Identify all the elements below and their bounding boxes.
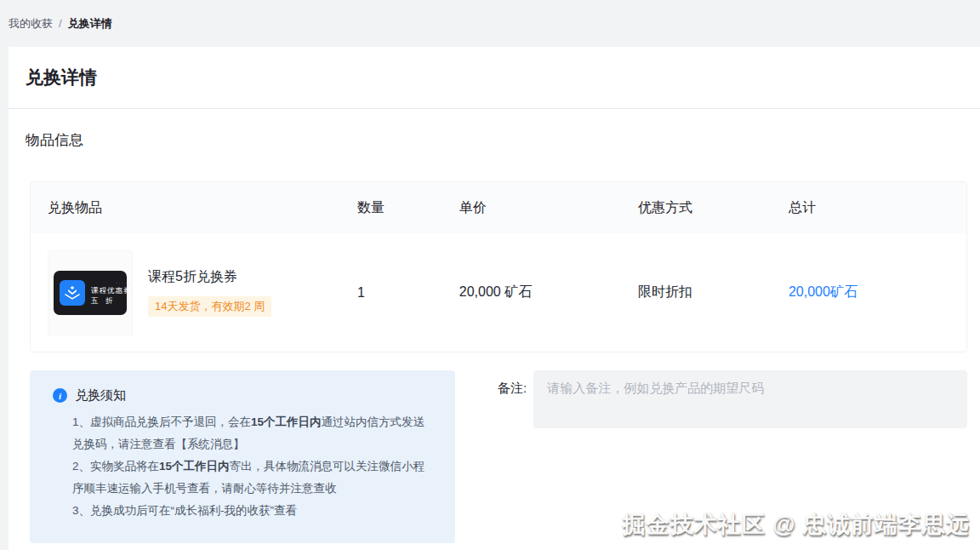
breadcrumb: 我的收获 / 兑换详情	[0, 0, 980, 47]
remark-input[interactable]	[533, 370, 967, 428]
panel-header: 兑换详情	[9, 47, 980, 109]
remark-label: 备注:	[498, 381, 527, 428]
quantity-value: 1	[357, 285, 459, 301]
column-header-discount: 优惠方式	[638, 199, 789, 217]
exchange-notice-box: i 兑换须知 1、虚拟商品兑换后不予退回，会在15个工作日内通过站内信方式发送兑…	[30, 370, 455, 543]
goods-table: 兑换物品 数量 单价 优惠方式 总计	[30, 181, 967, 352]
coupon-card-line2: 五 折	[91, 297, 132, 305]
table-row: ····· 课程优惠券 五 折 课程5折兑换券 14天发货，有效期2 周 1 2…	[31, 233, 966, 352]
bottom-area: i 兑换须知 1、虚拟商品兑换后不予退回，会在15个工作日内通过站内信方式发送兑…	[30, 370, 967, 543]
product-name: 课程5折兑换券	[148, 268, 271, 286]
column-header-quantity: 数量	[357, 199, 459, 217]
remark-section: 备注:	[498, 370, 967, 428]
unit-price-value: 20,000 矿石	[459, 284, 638, 301]
info-icon: i	[53, 388, 67, 403]
notice-item: 1、虚拟商品兑换后不予退回，会在15个工作日内通过站内信方式发送兑换码，请注意查…	[72, 411, 435, 455]
column-header-unit-price: 单价	[459, 199, 638, 217]
coupon-card-line1: 课程优惠券	[91, 287, 132, 295]
shipping-badge: 14天发货，有效期2 周	[148, 296, 271, 317]
coupon-card-text: ····· 课程优惠券 五 折	[91, 281, 132, 305]
column-header-item: 兑换物品	[31, 199, 357, 217]
notice-item: 3、兑换成功后可在“成长福利-我的收获”查看	[72, 500, 435, 522]
section-title-goods-info: 物品信息	[26, 130, 967, 150]
notice-list: 1、虚拟商品兑换后不予退回，会在15个工作日内通过站内信方式发送兑换码，请注意查…	[72, 411, 435, 522]
notice-title-row: i 兑换须知	[53, 387, 435, 404]
breadcrumb-current: 兑换详情	[68, 16, 112, 32]
table-header-row: 兑换物品 数量 单价 优惠方式 总计	[31, 182, 966, 233]
page-title: 兑换详情	[26, 66, 97, 89]
goods-cell: ····· 课程优惠券 五 折 课程5折兑换券 14天发货，有效期2 周	[31, 250, 357, 335]
product-image: ····· 课程优惠券 五 折	[48, 250, 133, 335]
total-value: 20,000矿石	[789, 284, 966, 301]
column-header-total: 总计	[789, 199, 966, 217]
breadcrumb-parent-link[interactable]: 我的收获	[9, 16, 53, 32]
notice-title: 兑换须知	[75, 387, 126, 404]
juejin-logo-icon	[60, 280, 85, 306]
breadcrumb-separator: /	[59, 17, 62, 30]
notice-item: 2、实物奖品将在15个工作日内寄出，具体物流消息可以关注微信小程序顺丰速运输入手…	[72, 455, 435, 500]
detail-panel: 兑换详情 物品信息 兑换物品 数量 单价 优惠方式 总计	[9, 47, 980, 550]
coupon-card-dots: ·····	[91, 281, 132, 285]
coupon-card: ····· 课程优惠券 五 折	[54, 271, 127, 315]
panel-content: 物品信息 兑换物品 数量 单价 优惠方式 总计	[9, 109, 980, 543]
goods-info: 课程5折兑换券 14天发货，有效期2 周	[148, 268, 271, 317]
discount-value: 限时折扣	[638, 284, 789, 301]
